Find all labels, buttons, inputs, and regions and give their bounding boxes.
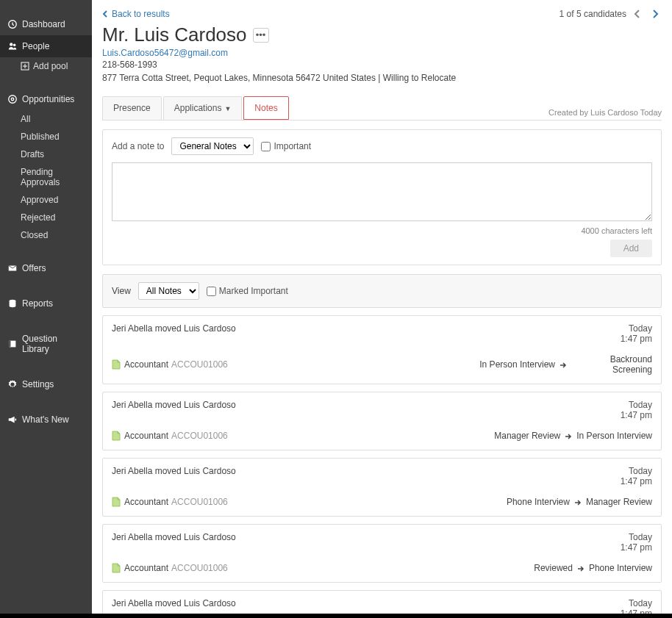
- clock-icon: [7, 19, 18, 29]
- sidebar-item-settings[interactable]: Settings: [0, 373, 92, 395]
- note-message: Jeri Abella moved Luis Cardoso: [112, 400, 236, 420]
- sidebar-item-opportunities[interactable]: Opportunities: [0, 88, 92, 110]
- add-note-button[interactable]: Add: [610, 240, 652, 257]
- svg-point-5: [11, 98, 14, 101]
- note-timestamp: Today1:47 pm: [621, 466, 652, 486]
- label: Opportunities: [22, 94, 74, 104]
- sidebar-item-rejected[interactable]: Rejected: [0, 209, 92, 226]
- document-icon: [112, 497, 121, 507]
- sidebar-item-add-pool[interactable]: Add pool: [0, 57, 92, 75]
- status-transition: In Person Interview Backround Screening: [479, 354, 652, 375]
- more-actions-button[interactable]: •••: [253, 28, 269, 43]
- add-note-label: Add a note to: [112, 141, 164, 151]
- note-card: Jeri Abella moved Luis Cardoso Today1:47…: [102, 458, 662, 517]
- candidate-address: 877 Terra Cotta Street, Pequot Lakes, Mi…: [102, 71, 662, 85]
- pager-next-button[interactable]: [648, 7, 662, 21]
- note-card: Jeri Abella moved Luis Cardoso Today1:47…: [102, 392, 662, 450]
- created-by-text: Created by Luis Cardoso Today: [548, 108, 662, 120]
- arrow-right-icon: [577, 564, 585, 572]
- sidebar-item-all[interactable]: All: [0, 110, 92, 128]
- note-message: Jeri Abella moved Luis Cardoso: [112, 466, 236, 486]
- sidebar-item-reports[interactable]: Reports: [0, 292, 92, 315]
- view-filter-bar: View All Notes Marked Important: [102, 274, 662, 308]
- view-select[interactable]: All Notes: [138, 282, 199, 300]
- target-icon: [7, 94, 18, 104]
- people-icon: [7, 41, 18, 51]
- sidebar-item-pending-approvals[interactable]: Pending Approvals: [0, 163, 92, 191]
- status-transition: Reviewed Phone Interview: [534, 563, 652, 573]
- label: What's New: [22, 414, 69, 425]
- document-icon: [112, 563, 121, 573]
- pager-text: 1 of 5 candidates: [560, 9, 626, 19]
- label: Question Library: [22, 334, 85, 354]
- arrow-right-icon: [574, 498, 582, 506]
- view-label: View: [112, 286, 131, 296]
- note-message: Jeri Abella moved Luis Cardoso: [112, 323, 236, 344]
- job-reference[interactable]: Accountant ACCOU01006: [112, 563, 228, 573]
- database-icon: [7, 298, 18, 309]
- note-card: Jeri Abella moved Luis Cardoso Today1:47…: [102, 524, 662, 583]
- label: People: [22, 41, 49, 51]
- caret-down-icon: ▼: [224, 105, 231, 112]
- tab-presence[interactable]: Presence: [102, 96, 162, 120]
- sidebar-item-people[interactable]: People: [0, 35, 92, 57]
- note-timestamp: Today1:47 pm: [621, 323, 652, 344]
- note-timestamp: Today1:47 pm: [621, 400, 652, 420]
- marked-important-checkbox[interactable]: Marked Important: [207, 286, 288, 296]
- sidebar-item-published[interactable]: Published: [0, 128, 92, 145]
- candidate-email[interactable]: Luis.Cardoso56472@gmail.com: [102, 48, 662, 58]
- note-category-select[interactable]: General Notes: [171, 137, 254, 155]
- arrow-right-icon: [565, 432, 572, 439]
- label: Dashboard: [22, 19, 65, 29]
- candidate-pager: 1 of 5 candidates: [560, 7, 662, 21]
- sidebar-item-closed[interactable]: Closed: [0, 226, 92, 244]
- gear-icon: [7, 379, 18, 389]
- sidebar-item-whats-new[interactable]: What's New: [0, 409, 92, 431]
- back-link[interactable]: Back to results: [102, 9, 170, 19]
- tab-notes[interactable]: Notes: [243, 96, 288, 120]
- status-transition: Phone Interview Manager Review: [507, 497, 652, 507]
- tab-applications[interactable]: Applications▼: [163, 96, 243, 120]
- sidebar-item-offers[interactable]: Offers: [0, 257, 92, 279]
- status-transition: Manager Review In Person Interview: [494, 431, 652, 441]
- back-label: Back to results: [112, 9, 170, 19]
- sidebar: Dashboard People Add pool Opportunities …: [0, 0, 92, 618]
- note-textarea[interactable]: [112, 162, 652, 221]
- sidebar-item-dashboard[interactable]: Dashboard: [0, 13, 92, 35]
- char-count: 4000 characters left: [112, 226, 652, 235]
- candidate-phone: 218-568-1993: [102, 58, 662, 71]
- document-icon: [112, 431, 121, 441]
- main-content: Back to results 1 of 5 candidates Mr. Lu…: [92, 0, 672, 618]
- sidebar-item-question-library[interactable]: Question Library: [0, 328, 92, 360]
- pager-prev-button[interactable]: [631, 7, 644, 21]
- sidebar-item-drafts[interactable]: Drafts: [0, 145, 92, 163]
- add-note-panel: Add a note to General Notes Important 40…: [102, 129, 662, 265]
- label: Settings: [22, 379, 54, 389]
- job-reference[interactable]: Accountant ACCOU01006: [112, 359, 228, 370]
- note-timestamp: Today1:47 pm: [621, 532, 652, 553]
- label: Add pool: [33, 61, 68, 71]
- job-reference[interactable]: Accountant ACCOU01006: [112, 497, 228, 507]
- important-checkbox[interactable]: Important: [261, 141, 311, 151]
- label: Offers: [22, 263, 46, 273]
- mail-icon: [7, 263, 18, 273]
- candidate-name: Mr. Luis Cardoso: [102, 24, 247, 46]
- tabs: Presence Applications▼ Notes: [102, 96, 290, 120]
- label: Reports: [22, 298, 53, 309]
- svg-point-2: [13, 44, 16, 47]
- arrow-right-icon: [560, 361, 567, 368]
- note-message: Jeri Abella moved Luis Cardoso: [112, 532, 236, 553]
- book-icon: [7, 339, 18, 349]
- svg-point-1: [10, 43, 12, 46]
- sidebar-item-approved[interactable]: Approved: [0, 191, 92, 209]
- bullhorn-icon: [7, 414, 18, 425]
- note-card: Jeri Abella moved Luis Cardoso Today1:47…: [102, 315, 662, 384]
- job-reference[interactable]: Accountant ACCOU01006: [112, 431, 228, 441]
- svg-point-4: [9, 96, 17, 104]
- plus-square-icon: [21, 62, 29, 71]
- document-icon: [112, 359, 121, 370]
